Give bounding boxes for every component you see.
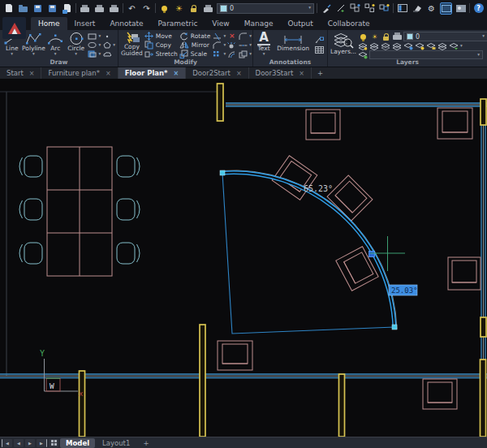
explode-tool-icon[interactable] [226, 41, 237, 50]
tab-output[interactable]: Output [280, 17, 320, 30]
close-icon[interactable]: × [106, 70, 111, 77]
grip-point[interactable] [392, 325, 397, 330]
layer-lock-toggle-icon[interactable] [426, 41, 437, 50]
mirror-tool[interactable]: Mirror [179, 41, 211, 50]
chair[interactable] [19, 243, 42, 264]
model-tab[interactable]: Model [60, 438, 95, 448]
redo-icon[interactable]: ↷ [140, 2, 153, 15]
chevron-down-icon[interactable]: ▾ [249, 43, 252, 48]
column[interactable] [80, 371, 85, 437]
scale-tool[interactable]: Scale [179, 50, 211, 58]
chevron-down-icon[interactable]: ▾ [98, 52, 101, 57]
armchair[interactable] [306, 110, 340, 140]
group-icon[interactable] [349, 2, 361, 15]
column[interactable] [481, 317, 486, 337]
copy-guided-tool[interactable]: Copy Guided [121, 32, 143, 58]
dimension-tool[interactable]: Dimension [277, 32, 309, 58]
modify-panel-label[interactable]: Modify [119, 58, 252, 67]
chevron-down-icon[interactable]: ▾ [308, 6, 311, 11]
polygon-tool-icon[interactable] [101, 41, 112, 50]
conference-table[interactable] [47, 147, 112, 276]
text-tool[interactable]: A Text ▾ [256, 32, 272, 58]
render-image-icon[interactable] [455, 2, 467, 15]
polyline-tool[interactable]: Polyline ▾ [23, 32, 44, 58]
chevron-down-icon[interactable]: ▾ [11, 52, 13, 57]
chevron-down-icon[interactable]: ▾ [249, 34, 252, 39]
layers-panel-label[interactable]: Layers [328, 58, 487, 67]
revert-icon[interactable] [61, 2, 73, 15]
column[interactable] [481, 360, 486, 437]
drawing-tab-start[interactable]: Start × [0, 67, 41, 79]
last-layout-button[interactable]: ▶ [37, 439, 47, 447]
column[interactable] [218, 84, 224, 121]
layers-dropdown[interactable]: 0 ▾ [403, 32, 487, 41]
hatch-tool-icon[interactable] [87, 50, 97, 58]
close-icon[interactable]: × [174, 70, 179, 77]
layer-walk-icon[interactable] [449, 41, 459, 50]
tab-home[interactable]: Home [31, 17, 67, 30]
previous-layout-button[interactable]: ◀ [14, 439, 24, 447]
layer-state-icon[interactable] [358, 41, 368, 50]
stretch-tool[interactable]: Stretch [144, 50, 178, 58]
column[interactable] [481, 99, 486, 125]
column[interactable] [200, 325, 205, 437]
layer-freeze-icon[interactable] [392, 41, 403, 50]
multileader-tool-icon[interactable] [314, 37, 325, 45]
chevron-down-icon[interactable]: ▾ [482, 34, 485, 39]
circle-tool[interactable]: Circle ▾ [67, 32, 85, 58]
drawing-canvas[interactable]: 65.23° 25.03° Y W x [0, 79, 487, 437]
tab-collaborate[interactable]: Collaborate [321, 17, 377, 30]
chamfer-tool-icon[interactable] [212, 41, 222, 50]
tab-annotate[interactable]: Annotate [102, 17, 150, 30]
chevron-down-icon[interactable]: ▾ [460, 44, 463, 49]
overlap-tool-icon[interactable] [238, 50, 248, 58]
measure-icon[interactable] [334, 2, 347, 15]
chair[interactable] [19, 199, 42, 220]
tab-insert[interactable]: Insert [67, 17, 103, 30]
table-tool-icon[interactable] [314, 46, 325, 54]
chevron-down-icon[interactable]: ▾ [263, 52, 265, 57]
break-tool-icon[interactable] [238, 41, 248, 50]
ucs-icon[interactable]: Y W x [40, 349, 84, 398]
drawing-tab-floor-plan[interactable]: Floor Plan* × [119, 67, 187, 79]
layer-unisolate-icon[interactable] [381, 41, 391, 50]
wall-top[interactable] [226, 103, 487, 106]
undo-icon[interactable]: ↶ [126, 2, 138, 15]
layers-explorer-button[interactable]: Layers... [330, 32, 356, 58]
save-icon[interactable] [32, 2, 44, 15]
draw-panel-label[interactable]: Draw [0, 58, 118, 67]
new-drawing-tab-button[interactable]: + [312, 67, 329, 79]
chevron-down-icon[interactable]: ▾ [98, 43, 101, 48]
tab-parametric[interactable]: Parametric [151, 17, 205, 30]
print-icon[interactable] [108, 2, 120, 15]
drawing-tab-door2start[interactable]: Door2Start × [186, 67, 248, 79]
close-icon[interactable]: × [299, 70, 304, 77]
armchair[interactable] [448, 257, 481, 290]
batch-plot-icon[interactable] [79, 2, 91, 15]
open-file-icon[interactable] [17, 2, 29, 15]
settings-gear-icon[interactable]: ⚙ [425, 2, 437, 15]
chevron-down-icon[interactable]: ▾ [75, 52, 77, 57]
layer-on-bulb-icon[interactable] [358, 32, 368, 41]
group-edit-icon[interactable] [378, 2, 390, 15]
new-file-icon[interactable] [2, 2, 15, 15]
armchair[interactable] [437, 108, 472, 139]
layer-merge-icon[interactable] [437, 41, 448, 50]
layer-lock-icon[interactable] [381, 32, 391, 41]
close-icon[interactable]: × [29, 70, 35, 77]
layer-on-bulb-icon[interactable] [158, 2, 170, 15]
copy-tool[interactable]: Copy [144, 41, 178, 50]
next-layout-button[interactable]: ▶ [25, 439, 35, 447]
layer-isolate-icon[interactable] [369, 41, 380, 50]
print-preview-icon[interactable] [93, 2, 106, 15]
chair[interactable] [117, 156, 140, 177]
grip-point[interactable] [220, 170, 225, 175]
rectangle-tool-icon[interactable] [87, 32, 97, 41]
trim-tool-icon[interactable] [212, 32, 222, 41]
arc-tool[interactable]: Arc ▾ [45, 32, 64, 58]
app-logo[interactable] [2, 17, 26, 39]
layer-plot-icon[interactable] [202, 2, 214, 15]
add-layout-button[interactable]: + [137, 438, 154, 448]
armchair[interactable] [218, 341, 252, 370]
erase-tool-icon[interactable]: × [226, 32, 237, 41]
